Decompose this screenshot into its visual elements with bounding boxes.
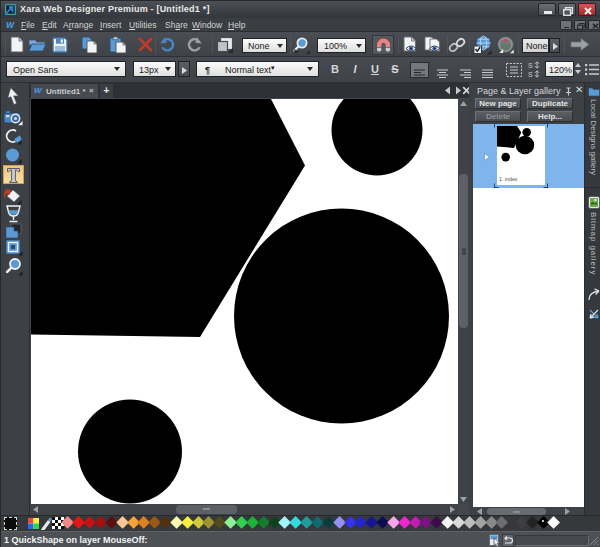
svg-text:S: S [528, 62, 533, 69]
svg-text:S: S [528, 71, 533, 78]
